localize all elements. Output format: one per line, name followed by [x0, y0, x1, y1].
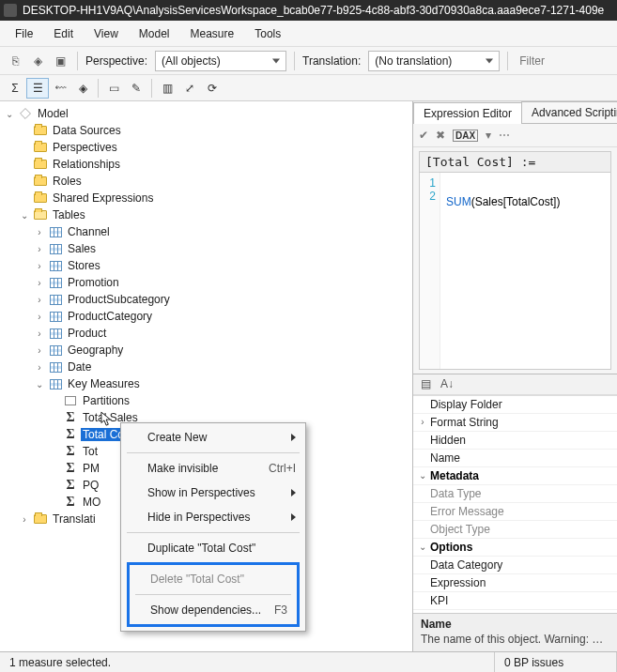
view-sigma[interactable]: Σ: [4, 78, 26, 99]
tab-expression-editor[interactable]: Expression Editor: [413, 102, 522, 124]
tree-label: Data Sources: [51, 124, 123, 137]
node-table[interactable]: ›ProductSubcategory: [2, 291, 410, 308]
node-table[interactable]: ›Promotion: [2, 274, 410, 291]
node-partitions[interactable]: Partitions: [2, 392, 410, 409]
prop-data-category[interactable]: Data Category: [428, 558, 617, 572]
tree-label: Product: [66, 327, 108, 340]
prop-header-options[interactable]: Options: [428, 541, 617, 554]
view-window[interactable]: ▭: [102, 78, 125, 99]
code-area[interactable]: SUM(Sales[TotalCost]): [440, 173, 565, 369]
view-hierarchy[interactable]: ⬳: [49, 78, 71, 99]
translation-label: Translation:: [302, 54, 361, 68]
prop-sort-icon[interactable]: A↓: [440, 377, 454, 390]
node-table[interactable]: ›Date: [2, 359, 410, 375]
expand-icon[interactable]: ›: [34, 312, 45, 322]
node-folder[interactable]: Roles: [2, 173, 410, 190]
cancel-icon[interactable]: ✖: [436, 129, 445, 142]
view-expand[interactable]: ⤢: [178, 78, 201, 99]
format-icon[interactable]: ▾: [486, 129, 491, 142]
prop-format-string[interactable]: Format String: [428, 416, 617, 429]
toolbar-btn-3[interactable]: ▣: [51, 52, 69, 70]
expand-icon[interactable]: ›: [19, 514, 30, 525]
node-table[interactable]: ›Sales: [2, 240, 410, 257]
prop-name[interactable]: Name: [428, 451, 617, 465]
toolbar-btn-1[interactable]: ⎘: [6, 52, 24, 70]
dax-editor[interactable]: 12 SUM(Sales[TotalCost]): [419, 173, 611, 370]
prop-object-type[interactable]: Object Type: [428, 523, 617, 536]
menu-edit[interactable]: Edit: [44, 23, 83, 44]
properties-grid[interactable]: Display Folder ›Format String Hidden Nam…: [413, 395, 617, 614]
prop-cat-icon[interactable]: ▤: [421, 377, 431, 390]
tree-label: Shared Expressions: [51, 191, 155, 205]
menu-model[interactable]: Model: [130, 23, 179, 44]
tree-label: Model: [36, 107, 70, 120]
expand-icon[interactable]: ›: [34, 227, 45, 237]
expand-icon[interactable]: ⌄: [19, 210, 30, 221]
expand-icon[interactable]: ›: [34, 244, 45, 254]
accept-icon[interactable]: ✔: [419, 129, 428, 142]
ctx-delete[interactable]: Delete "Total Cost": [130, 567, 297, 591]
view-edit[interactable]: ✎: [125, 78, 147, 99]
filter-input[interactable]: [516, 51, 572, 71]
table-icon: [48, 225, 63, 238]
expand-icon[interactable]: ⌄: [4, 109, 15, 119]
perspective-combo[interactable]: (All objects): [155, 51, 286, 71]
menu-tools[interactable]: Tools: [245, 23, 290, 44]
menu-measure[interactable]: Measure: [181, 23, 244, 44]
prop-expression[interactable]: Expression: [428, 576, 617, 589]
node-folder[interactable]: Perspectives: [2, 139, 410, 156]
menu-view[interactable]: View: [85, 23, 128, 44]
toolbar-btn-2[interactable]: ◈: [28, 52, 47, 70]
prop-error-message[interactable]: Error Message: [428, 505, 617, 518]
expand-icon[interactable]: ›: [34, 362, 45, 373]
prop-data-type[interactable]: Data Type: [428, 487, 617, 500]
menubar: File Edit View Model Measure Tools: [0, 21, 617, 47]
ctx-show-dependencies[interactable]: Show dependencies...F3: [130, 598, 297, 622]
partition-icon: [63, 394, 78, 407]
toolbar-extra-1[interactable]: ⋯: [499, 129, 510, 142]
expand-icon[interactable]: ›: [34, 278, 45, 288]
model-tree[interactable]: ⌄ModelData SourcesPerspectivesRelationsh…: [0, 101, 412, 651]
tree-label: Stores: [66, 259, 102, 272]
expand-icon[interactable]: ›: [34, 261, 45, 271]
node-folder[interactable]: Data Sources: [2, 122, 410, 139]
ctx-make-invisible[interactable]: Make invisibleCtrl+I: [121, 456, 305, 481]
node-key-measures[interactable]: ⌄Key Measures: [2, 375, 410, 392]
prop-kpi[interactable]: KPI: [428, 594, 617, 607]
tab-advanced-scripting[interactable]: Advanced Scripting: [521, 101, 617, 123]
view-refresh[interactable]: ⟳: [201, 78, 224, 99]
view-cube[interactable]: ◈: [71, 78, 94, 99]
prop-hidden[interactable]: Hidden: [428, 434, 617, 447]
table-icon: [48, 293, 63, 306]
node-table[interactable]: ›Stores: [2, 257, 410, 274]
translation-combo[interactable]: (No translation): [368, 51, 500, 71]
tree-label: Perspectives: [51, 141, 119, 154]
expand-icon[interactable]: ›: [34, 295, 45, 305]
ctx-create-new[interactable]: Create New: [121, 425, 305, 450]
editor-toolbar: ✔ ✖ DAX ▾ ⋯: [413, 124, 617, 146]
expand-icon[interactable]: ⌄: [34, 379, 45, 389]
view-list[interactable]: ☰: [26, 78, 49, 99]
prop-display-folder[interactable]: Display Folder: [428, 398, 617, 411]
prop-header-metadata[interactable]: Metadata: [428, 469, 617, 482]
ctx-show-perspectives[interactable]: Show in Perspectives: [121, 481, 305, 505]
ctx-hide-perspectives[interactable]: Hide in Perspectives: [121, 505, 305, 529]
node-folder[interactable]: Shared Expressions: [2, 190, 410, 206]
propdesc-text: The name of this object. Warning: Changi…: [421, 633, 609, 646]
node-folder[interactable]: Relationships: [2, 156, 410, 173]
node-table[interactable]: ›Geography: [2, 342, 410, 359]
ctx-duplicate[interactable]: Duplicate "Total Cost": [121, 536, 305, 560]
tree-label: Promotion: [66, 276, 121, 289]
node-table[interactable]: ›ProductCategory: [2, 308, 410, 325]
expand-icon[interactable]: ›: [34, 345, 45, 356]
dax-icon[interactable]: DAX: [453, 130, 478, 142]
view-columns[interactable]: ▥: [156, 78, 178, 99]
node-tables[interactable]: ⌄Tables: [2, 206, 410, 223]
node-table[interactable]: ›Product: [2, 325, 410, 342]
node-model[interactable]: ⌄Model: [2, 105, 410, 122]
expand-icon[interactable]: ›: [34, 328, 45, 339]
menu-file[interactable]: File: [6, 23, 42, 44]
table-icon: [48, 360, 63, 374]
node-table[interactable]: ›Channel: [2, 223, 410, 240]
folder-icon: [33, 175, 48, 188]
